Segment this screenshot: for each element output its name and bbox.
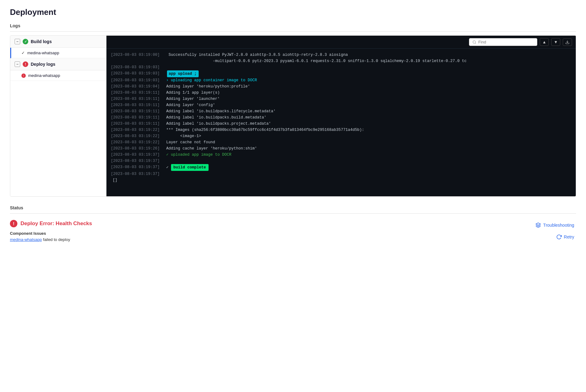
scroll-up-btn[interactable]: ▲	[540, 38, 549, 46]
build-log-item-name: medina-whatsapp	[27, 51, 59, 55]
log-line: [2023-08-03 03:19:22] <image-1>	[111, 133, 571, 139]
scroll-down-btn[interactable]: ▼	[551, 38, 560, 46]
search-input[interactable]	[478, 40, 534, 44]
log-line: []	[111, 177, 571, 183]
log-line: [2023-08-03 03:19:26] Adding cache layer…	[111, 145, 571, 152]
log-main-area: ▲ ▼ [2023-08-03 03:19:00] Successfully i…	[106, 36, 576, 196]
collapse-build-logs-btn[interactable]: −	[15, 39, 20, 44]
status-content: ! Deploy Error: Health Checks Component …	[10, 213, 576, 245]
svg-point-0	[473, 41, 476, 43]
deploy-log-item-name: medina-whatsapp	[28, 73, 60, 78]
deploy-item-error-icon: !	[21, 74, 26, 78]
layers-icon	[535, 222, 541, 228]
log-content: [2023-08-03 03:19:00] Successfully insta…	[106, 49, 576, 196]
component-link[interactable]: medina-whatsapp	[10, 237, 42, 242]
status-section-label: Status	[10, 205, 576, 210]
build-logs-label: Build logs	[31, 39, 52, 44]
log-line: [2023-08-03 03:19:11] Adding 1/1 app lay…	[111, 90, 571, 96]
log-line: [2023-08-03 03:19:37] ✓ uploaded app ima…	[111, 152, 571, 158]
log-line: [2023-08-03 03:19:37] ✓ build complete	[111, 164, 571, 171]
deploy-logs-label: Deploy logs	[31, 62, 55, 67]
log-toolbar: ▲ ▼	[106, 36, 576, 49]
component-issues-label: Component Issues	[10, 231, 534, 236]
log-line: [2023-08-03 03:19:11] Adding label 'io.b…	[111, 114, 571, 121]
log-search-box[interactable]	[469, 38, 537, 46]
log-line: [2023-08-03 03:19:11] Adding layer 'conf…	[111, 102, 571, 108]
retry-label: Retry	[564, 234, 574, 239]
error-icon: !	[10, 220, 17, 227]
deploy-logs-status-icon: !	[23, 61, 28, 67]
troubleshooting-label: Troubleshooting	[543, 223, 574, 228]
deploy-log-item-medina-whatsapp[interactable]: ! medina-whatsapp	[10, 70, 106, 81]
download-log-btn[interactable]	[563, 38, 572, 46]
logs-section-label: Logs	[10, 23, 576, 28]
log-line: [2023-08-03 03:19:04] Adding layer 'hero…	[111, 83, 571, 90]
download-icon	[565, 40, 570, 44]
log-line: [2023-08-03 03:19:00] Successfully insta…	[111, 52, 571, 64]
build-logs-status-icon: ✓	[23, 39, 28, 44]
build-item-check-icon: ✓	[21, 51, 25, 55]
status-error-header: ! Deploy Error: Health Checks	[10, 220, 534, 227]
log-line: [2023-08-03 03:19:03] app upload ;	[111, 70, 571, 77]
log-line: [2023-08-03 03:19:03]	[111, 64, 571, 70]
svg-line-1	[475, 43, 476, 43]
status-left: ! Deploy Error: Health Checks Component …	[10, 220, 534, 242]
log-line: [2023-08-03 03:19:37]	[111, 158, 571, 164]
log-line: [2023-08-03 03:19:37]	[111, 171, 571, 177]
build-log-item-medina-whatsapp[interactable]: ✓ medina-whatsapp	[10, 48, 106, 58]
log-line: [2023-08-03 03:19:11] Adding label 'io.b…	[111, 108, 571, 114]
log-line: [2023-08-03 03:19:11] Adding label 'io.b…	[111, 121, 571, 127]
collapse-deploy-logs-btn[interactable]: −	[15, 61, 20, 67]
log-line: [2023-08-03 03:19:22] *** Images (sha256…	[111, 127, 571, 133]
logs-divider	[10, 31, 576, 32]
troubleshooting-button[interactable]: Troubleshooting	[534, 221, 576, 229]
status-section: Status ! Deploy Error: Health Checks Com…	[10, 205, 576, 245]
log-line: [2023-08-03 03:19:22] Layer cache not fo…	[111, 139, 571, 145]
svg-marker-3	[536, 223, 541, 225]
error-title: Deploy Error: Health Checks	[20, 220, 92, 227]
deploy-logs-group-header[interactable]: − ! Deploy logs	[10, 58, 106, 70]
log-line: [2023-08-03 03:19:11] Adding layer 'laun…	[111, 96, 571, 102]
log-line: [2023-08-03 03:19:03] › uploading app co…	[111, 77, 571, 83]
logs-sidebar: − ✓ Build logs ✓ medina-whatsapp − ! Dep…	[10, 36, 106, 196]
app-upload-badge: app upload ;	[167, 70, 199, 77]
retry-icon	[556, 234, 562, 240]
build-complete-badge: build complete	[171, 164, 209, 171]
retry-button[interactable]: Retry	[554, 233, 576, 241]
status-right: Troubleshooting Retry	[534, 220, 576, 241]
build-logs-group-header[interactable]: − ✓ Build logs	[10, 36, 106, 48]
page-title: Deployment	[10, 7, 576, 17]
failed-text-value: failed to deploy	[43, 237, 70, 242]
component-issues-line: medina-whatsapp failed to deploy	[10, 237, 534, 242]
logs-panel: − ✓ Build logs ✓ medina-whatsapp − ! Dep…	[10, 35, 576, 197]
search-icon	[472, 40, 476, 44]
